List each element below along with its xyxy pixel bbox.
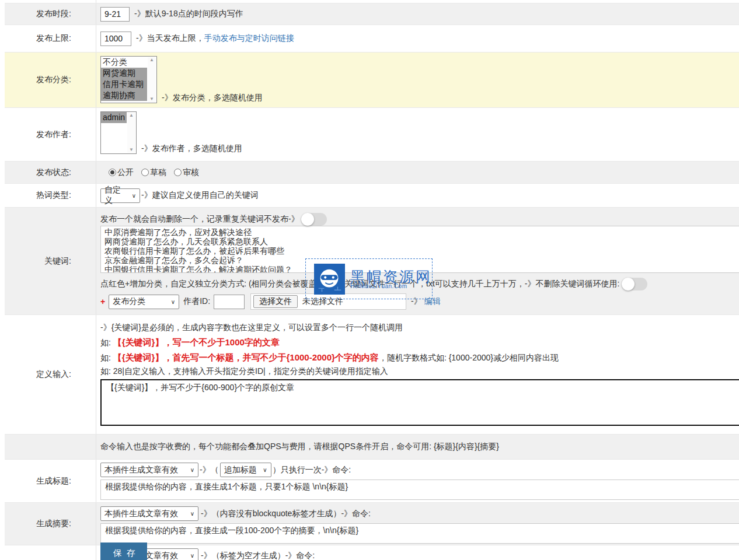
gen-summary-label: 生成摘要: — [5, 503, 96, 545]
publish-time-hint: -》默认9-18点的时间段内写作 — [134, 9, 243, 19]
define-example-2: 如: 【{关键词}】，首先写一个标题，并写不少于{1000-2000}个字的内容… — [100, 350, 739, 365]
keyword-cycle-toggle[interactable] — [622, 278, 647, 290]
radio-draft[interactable]: 草稿 — [141, 167, 166, 178]
keyword-category-select[interactable]: 发布分类 ∨ — [109, 295, 179, 309]
gen-summary-mode-select[interactable]: 本插件生成文章有效 ∨ — [100, 506, 198, 521]
chevron-down-icon: ∨ — [263, 467, 267, 473]
define-example-1: 如: 【{关键词}】，写一个不少于1000字的文章 — [100, 335, 739, 350]
radio-icon[interactable] — [174, 169, 182, 176]
gen-title-label: 生成标题: — [5, 460, 96, 502]
publish-category-label: 发布分类: — [5, 52, 96, 107]
hotword-type-select[interactable]: 自定义 ∨ — [100, 188, 140, 203]
row-publish-status: 发布状态: 公开 草稿 审核 — [5, 162, 739, 184]
plugin-settings-page: { "colors": { "accent_blue": "#3173b4", … — [0, 0, 739, 560]
publish-limit-label: 发布上限: — [5, 25, 96, 52]
save-button[interactable]: 保存 — [100, 542, 147, 560]
publish-limit-hint: -》当天发布上限，手动发布与定时访问链接 — [136, 33, 294, 44]
add-category-button[interactable]: + — [100, 297, 105, 306]
scroll-down-icon[interactable]: ▼ — [149, 96, 154, 102]
watermark-logo-icon — [314, 263, 345, 295]
publish-category-multiselect[interactable]: 不分类 网贷逾期 信用卡逾期 逾期协商 ▲ ▼ — [100, 56, 157, 103]
publish-author-hint: -》发布作者，多选随机使用 — [141, 144, 242, 154]
define-example-3: 如: 28|自定义输入，支持输入开头指定分类ID|，指定分类的关键词使用指定输入 — [100, 365, 739, 377]
category-option[interactable]: 逾期协商 — [101, 90, 147, 101]
choose-file-button[interactable]: 选择文件 — [253, 295, 298, 308]
category-option[interactable]: 信用卡逾期 — [101, 79, 147, 90]
gen-title-mode-select[interactable]: 本插件生成文章有效 ∨ — [100, 463, 198, 477]
hotword-type-hint: -》建议自定义使用自己的关键词 — [141, 190, 259, 201]
radio-icon[interactable] — [141, 169, 149, 176]
watermark: 黑帽资源网 HeiMaoZiYuan.Com — [305, 258, 433, 299]
keywords-label: 关键词: — [5, 208, 96, 314]
scrollbar[interactable]: ▲ ▼ — [148, 57, 156, 102]
category-option[interactable]: 不分类 — [101, 57, 147, 68]
radio-review[interactable]: 审核 — [174, 167, 199, 178]
scroll-down-icon[interactable]: ▼ — [129, 147, 134, 153]
author-id-input[interactable] — [214, 295, 245, 309]
chevron-down-icon: ∨ — [132, 192, 136, 199]
row-gen-title: 生成标题: 本插件生成文章有效 ∨ -》（ 追加标题 ∨ ）只执行一次-》命令:… — [5, 460, 739, 503]
publish-time-input[interactable] — [100, 7, 130, 22]
gen-title-command-textarea[interactable]: 根据我提供给你的内容，直接生成1个标题，只要1个标题 \n\n{标题} — [100, 480, 739, 500]
define-input-textarea[interactable]: 【{关键词}】，并写不少于{600-900}个字的原创文章 — [100, 379, 739, 426]
scroll-up-icon[interactable]: ▲ — [149, 57, 154, 63]
define-input-label: 定义输入: — [5, 315, 96, 434]
row-publish-category: 发布分类: 不分类 网贷逾期 信用卡逾期 逾期协商 ▲ ▼ -》发布分类，多选随… — [5, 52, 739, 108]
radio-public[interactable]: 公开 — [109, 167, 134, 178]
row-command-note: 命令输入也是按字收费的，每个功能都会叠加QPS与费用，请根据QPS条件开启，命令… — [5, 435, 739, 460]
publish-author-label: 发布作者: — [5, 108, 96, 161]
watermark-title: 黑帽资源网 — [350, 269, 432, 284]
author-option[interactable]: admin — [101, 112, 127, 123]
author-id-label: 作者ID: — [183, 296, 210, 307]
chevron-down-icon: ∨ — [190, 467, 194, 473]
cycle-text: -》不删除关键词循环使用: — [525, 279, 620, 289]
define-note-1: -》{关键词}是必须的，生成内容字数也在这里定义，可以设置多个一行一个随机调用 — [100, 320, 739, 335]
scrollbar[interactable]: ▲ ▼ — [127, 113, 135, 153]
radio-icon[interactable] — [109, 169, 116, 176]
hotword-type-label: 热词类型: — [5, 184, 96, 207]
row-gen-summary: 生成摘要: 本插件生成文章有效 ∨ -》（内容没有blockquote标签才生成… — [5, 503, 739, 545]
row-publish-time: 发布时段: -》默认9-18点的时间段内写作 — [5, 4, 739, 25]
scroll-up-icon[interactable]: ▲ — [129, 113, 134, 118]
publish-status-radio-group: 公开 草稿 审核 — [100, 167, 199, 178]
row-hotword-type: 热词类型: 自定义 ∨ -》建议自定义使用自己的关键词 — [5, 184, 739, 208]
chevron-down-icon: ∨ — [190, 510, 194, 517]
auto-delete-toggle[interactable] — [301, 213, 327, 226]
publish-status-label: 发布状态: — [5, 162, 96, 183]
publish-author-multiselect[interactable]: admin ▲ ▼ — [100, 111, 137, 154]
command-note-text: 命令输入也是按字收费的，每个功能都会叠加QPS与费用，请根据QPS条件开启，命令… — [100, 442, 499, 452]
row-define-input: 定义输入: -》{关键词}是必须的，生成内容字数也在这里定义，可以设置多个一行一… — [5, 315, 739, 435]
publish-limit-input[interactable] — [100, 32, 131, 46]
publish-time-label: 发布时段: — [5, 4, 96, 24]
publish-category-hint: -》发布分类，多选随机使用 — [162, 93, 263, 103]
chevron-down-icon: ∨ — [171, 299, 175, 305]
gen-summary-command-textarea[interactable]: 根据我提供给你的内容，直接生成一段100-200个字的摘要，\n\n{标题} — [100, 523, 739, 544]
auto-delete-text: 发布一个就会自动删除一个，记录重复关键词不发布-》 — [100, 214, 299, 225]
gen-title-append-select[interactable]: 追加标题 ∨ — [220, 463, 271, 477]
row-publish-limit: 发布上限: -》当天发布上限，手动发布与定时访问链接 — [5, 25, 739, 52]
manual-publish-link[interactable]: 手动发布与定时访问链接 — [204, 33, 294, 43]
row-publish-author: 发布作者: admin ▲ ▼ -》发布作者，多选随机使用 — [5, 108, 739, 162]
category-option[interactable]: 网贷逾期 — [101, 68, 147, 79]
chevron-down-icon: ∨ — [190, 552, 194, 559]
